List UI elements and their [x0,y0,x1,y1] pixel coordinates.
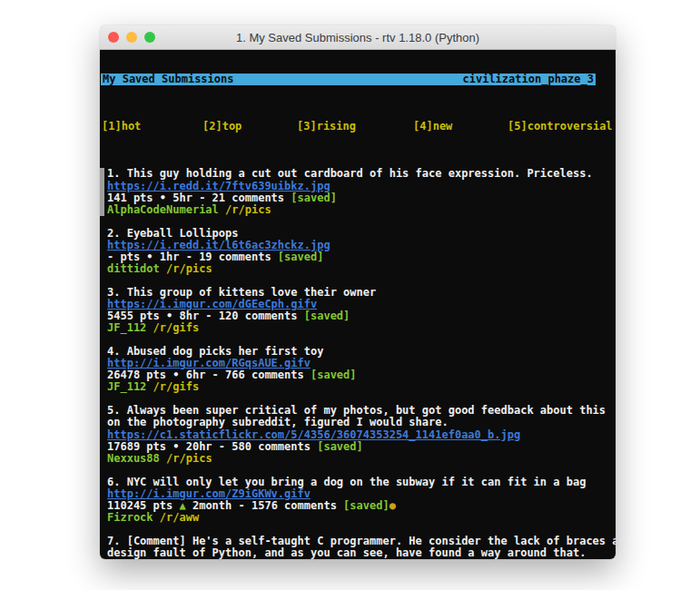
submission-link[interactable]: http://i.imgur.com/RGqsAUE.gifv [107,358,311,369]
submission-author: JF_112 [107,322,146,334]
blank-line [101,334,616,346]
window-titlebar[interactable]: 1. My Saved Submissions - rtv 1.18.0 (Py… [100,25,616,50]
submission-byline: JF_112 /r/gifs [107,381,616,393]
info-segment: 5455 pts • 8hr - 120 comments [107,310,304,322]
submission-link[interactable]: https://i.redd.it/7ftv639uibkz.jpg [107,181,330,192]
submission-subreddit: /r/pics [166,263,212,275]
info-segment: [saved] [343,500,389,512]
info-segment: 2month - 1576 comments [186,500,343,512]
submission-byline: Fizrock /r/aww [107,512,616,524]
close-button[interactable] [108,32,119,43]
submission-author: AlphaCodeNumerial [107,204,219,216]
tab-top[interactable]: [2]top [202,121,242,133]
submission-title: 7. [Comment] He's a self-taught C progra… [107,536,616,547]
minimize-button[interactable] [126,32,137,43]
submission-info: 110245 pts ▲ 2month - 1576 comments [sav… [107,500,616,512]
submission-title: on the photography subreddit, figured I … [107,417,616,428]
submission-byline: Nexxus88 /r/pics [107,453,616,465]
info-segment: 26478 pts • 6hr - 766 comments [107,369,311,381]
traffic-lights [108,32,155,43]
submission-info: 141 pts • 5hr - 21 comments [saved] [107,192,616,204]
submission-author: Nexxus88 [107,453,160,465]
submission-title: 3. This group of kittens love their owne… [107,287,616,299]
submission-title: 2. Eyeball Lollipops [107,228,616,240]
submission-info: 5455 pts • 8hr - 120 comments [saved] [107,310,616,322]
status-bar-title: My Saved Submissions [103,74,234,85]
info-segment: 110245 pts [107,500,179,512]
info-segment: [saved] [311,369,357,381]
tab-new[interactable]: [4]new [413,121,452,133]
upvote-arrow-icon: ▲ [179,500,185,512]
blank-line [101,393,616,405]
submission-byline: dittidot /r/pics [107,263,616,275]
tab-hot[interactable]: [1]hot [102,121,141,133]
submission-subreddit: /r/pics [225,204,271,216]
tab-controversial[interactable]: [5]controversial [508,121,613,133]
tab-rising[interactable]: [3]rising [297,121,356,133]
submission-author: dittidot [107,263,160,275]
info-segment: 141 pts • 5hr - 21 comments [107,192,291,204]
submission-item[interactable]: 6. NYC will only let you bring a dog on … [101,477,616,524]
blank-line [101,465,616,477]
submission-info: 26478 pts • 6hr - 766 comments [saved] [107,369,616,381]
terminal-screen: My Saved Submissions civilization_phaze_… [100,50,616,559]
blank-line [101,275,616,287]
submission-link[interactable]: https://i.imgur.com/dGEeCph.gifv [107,299,317,310]
blank-line [101,216,616,228]
status-bar-username: civilization_phaze_3 [463,74,595,85]
info-segment: - pts • 1hr - 19 comments [107,251,278,263]
terminal-window: 1. My Saved Submissions - rtv 1.18.0 (Py… [100,25,616,559]
submission-info: 17689 pts • 20hr - 580 comments [saved] [107,441,616,453]
info-segment: [saved] [278,251,324,263]
info-segment: [saved] [304,310,350,322]
submission-link[interactable]: http://i.imgur.com/Z9iGKWv.gifv [107,488,311,500]
submission-subreddit: /r/aww [160,512,199,524]
submission-author: JF_112 [107,381,146,393]
submission-item[interactable]: 7. [Comment] He's a self-taught C progra… [101,536,616,559]
submission-item[interactable]: 2. Eyeball Lollipopshttps://i.redd.it/l6… [101,228,616,275]
submission-title: 4. Abused dog picks her first toy [107,346,616,358]
submission-title: 6. NYC will only let you bring a dog on … [107,477,616,488]
submission-title: 5. Always been super critical of my phot… [107,405,616,417]
submission-author: Fizrock [107,512,153,524]
gilded-icon: ● [389,500,396,512]
info-segment: [saved] [317,441,363,453]
submission-link[interactable]: https://c1.staticflickr.com/5/4356/36074… [107,429,520,441]
zoom-button[interactable] [144,32,155,43]
submission-link[interactable]: https://i.redd.it/l6t6ac3zhckz.jpg [107,240,330,251]
submission-list: 1. This guy holding a cut out cardboard … [101,168,616,559]
submission-byline: JF_112 /r/gifs [107,322,616,334]
tab-bar: [1]hot[2]top[3]rising[4]new[5]controvers… [101,121,616,133]
submission-item[interactable]: 1. This guy holding a cut out cardboard … [101,168,616,215]
status-bar: My Saved Submissions civilization_phaze_… [101,74,596,85]
submission-title: 1. This guy holding a cut out cardboard … [107,168,616,180]
window-title: 1. My Saved Submissions - rtv 1.18.0 (Py… [236,31,479,44]
submission-byline: AlphaCodeNumerial /r/pics [107,204,616,216]
submission-item[interactable]: 5. Always been super critical of my phot… [101,405,616,464]
info-segment: 17689 pts • 20hr - 580 comments [107,441,317,453]
submission-subreddit: /r/pics [166,453,212,465]
submission-info: - pts • 1hr - 19 comments [saved] [107,251,616,263]
blank-line [101,524,616,536]
submission-subreddit: /r/gifs [153,322,200,334]
submission-subreddit: /r/gifs [153,381,200,393]
submission-item[interactable]: 4. Abused dog picks her first toyhttp://… [101,346,616,393]
info-segment: [saved] [291,192,337,204]
submission-item[interactable]: 3. This group of kittens love their owne… [101,287,616,334]
submission-title: design fault of Python, and as you can s… [107,547,616,559]
